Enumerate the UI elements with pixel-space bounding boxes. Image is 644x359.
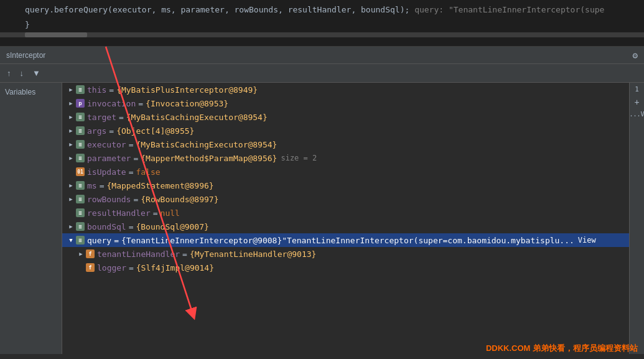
expand-arrow[interactable]: ▼ xyxy=(66,235,76,245)
var-name: query xyxy=(87,236,111,245)
code-line-2: } xyxy=(0,17,644,32)
view-link[interactable]: View xyxy=(578,236,596,245)
var-name: logger xyxy=(97,263,126,273)
add-watch-button[interactable]: + xyxy=(631,96,643,108)
var-equals: = xyxy=(129,263,134,273)
panel-header: sInterceptor ⚙ xyxy=(0,47,644,64)
table-row[interactable]: ▼ ≡ query = {TenantLineInnerInterceptor@… xyxy=(62,233,629,247)
var-name: executor xyxy=(87,140,126,149)
move-up-button[interactable]: ↑ xyxy=(4,67,14,80)
var-value: {MyBatisCachingExecutor@8954} xyxy=(126,113,268,122)
table-row[interactable]: ▶ p invocation = {Invocation@8953} xyxy=(62,96,629,110)
scrollbar-thumb[interactable] xyxy=(25,32,87,37)
var-equals: = xyxy=(129,222,134,231)
table-row[interactable]: ▶ ≡ ms = {MappedStatement@8996} xyxy=(62,179,629,192)
variables-label: Variables xyxy=(5,88,35,96)
var-name: resultHandler xyxy=(87,208,151,218)
code-comment-1: query: "TenantLineInnerInterceptor(supe xyxy=(414,5,604,14)
var-type-icon: f xyxy=(86,263,95,272)
var-equals: = xyxy=(133,195,138,204)
code-line-1: query.beforeQuery(executor, ms, paramete… xyxy=(0,2,644,17)
var-value: {RowBounds@8997} xyxy=(141,195,218,204)
var-value: null xyxy=(161,208,180,218)
table-row[interactable]: ▶ ≡ executor = {MyBatisCachingExecutor@8… xyxy=(62,138,629,151)
table-row[interactable]: ▶ f tenantLineHandler = {MyTenantLineHan… xyxy=(62,247,629,261)
var-equals: = xyxy=(129,167,134,177)
variables-panel: Variables ▶ ≡ this = {MyBatisPlusInterce… xyxy=(0,83,644,354)
code-text-1: query.beforeQuery(executor, ms, paramete… xyxy=(25,5,409,14)
var-type-icon: ≡ xyxy=(76,154,85,162)
var-equals: = xyxy=(182,249,187,259)
var-value: {MapperMethod$ParamMap@8956} xyxy=(141,154,277,163)
panel-title: sInterceptor xyxy=(6,51,45,60)
var-type-icon: ≡ xyxy=(76,208,85,217)
var-name: args xyxy=(87,126,106,136)
table-row[interactable]: ▶ ≡ args = {Object[4]@8955} xyxy=(62,124,629,138)
table-row[interactable]: ▶ ≡ target = {MyBatisCachingExecutor@895… xyxy=(62,110,629,124)
page-number: 1 xyxy=(635,85,639,93)
var-value: false xyxy=(136,167,160,177)
var-value: {MyTenantLineHandler@9013} xyxy=(190,249,317,259)
table-row[interactable]: ▶ ≡ this = {MyBatisPlusInterceptor@8949} xyxy=(62,83,629,96)
gear-button[interactable]: ⚙ xyxy=(633,50,638,60)
var-type-icon: ≡ xyxy=(76,236,85,245)
var-equals: = xyxy=(138,99,143,108)
code-text-2: } xyxy=(25,20,30,29)
var-extra: size = 2 xyxy=(281,154,317,162)
var-equals: = xyxy=(100,181,105,190)
var-name: ms xyxy=(87,181,97,190)
move-down-button[interactable]: ↓ xyxy=(17,67,27,80)
table-row[interactable]: ▶ ≡ parameter = {MapperMethod$ParamMap@8… xyxy=(62,151,629,165)
variables-label-col: Variables xyxy=(0,83,62,354)
expand-arrow[interactable]: ▶ xyxy=(66,180,76,190)
expand-arrow[interactable]: ▶ xyxy=(66,153,76,163)
table-row[interactable]: f logger = {Slf4jImpl@9014} xyxy=(62,261,629,274)
expand-arrow[interactable]: ▶ xyxy=(66,85,76,95)
var-type-icon: f xyxy=(86,249,95,258)
var-type-icon: ≡ xyxy=(76,140,85,149)
var-equals: = xyxy=(129,140,134,149)
var-type-icon: ≡ xyxy=(76,126,85,135)
table-row[interactable]: ▶ ≡ rowBounds = {RowBounds@8997} xyxy=(62,192,629,206)
table-row[interactable]: ▶ ≡ boundSql = {BoundSql@9007} xyxy=(62,220,629,233)
expand-arrow[interactable]: ▶ xyxy=(66,126,76,136)
var-equals: = xyxy=(109,126,114,136)
expand-arrow[interactable]: ▶ xyxy=(66,112,76,122)
var-value: {Invocation@8953} xyxy=(146,99,228,108)
var-name: target xyxy=(87,113,116,122)
var-value-string: "TenantLineInnerInterceptor(super=com.ba… xyxy=(282,236,574,245)
table-row[interactable]: 01 isUpdate = false xyxy=(62,165,629,179)
var-type-icon: 01 xyxy=(76,167,85,176)
var-value: {MappedStatement@8996} xyxy=(106,181,213,190)
var-value: {Object[4]@8955} xyxy=(116,126,194,136)
var-name: this xyxy=(87,85,106,95)
var-name: isUpdate xyxy=(87,167,126,177)
right-panel: 1 + ...V xyxy=(629,83,644,354)
var-type-icon: ≡ xyxy=(76,113,85,121)
view-label: ...V xyxy=(629,111,644,118)
var-type-icon: p xyxy=(76,99,85,108)
var-type-icon: ≡ xyxy=(76,195,85,203)
variable-list[interactable]: ▶ ≡ this = {MyBatisPlusInterceptor@8949}… xyxy=(62,83,629,354)
var-value: {Slf4jImpl@9014} xyxy=(136,263,214,273)
var-equals: = xyxy=(114,236,119,245)
expand-arrow[interactable]: ▶ xyxy=(66,139,76,149)
expand-arrow[interactable]: ▶ xyxy=(66,194,76,204)
var-equals: = xyxy=(119,113,124,122)
expand-arrow[interactable]: ▶ xyxy=(66,221,76,231)
expand-arrow[interactable]: ▶ xyxy=(66,98,76,108)
var-name: boundSql xyxy=(87,222,126,231)
expand-arrow[interactable]: ▶ xyxy=(76,249,86,259)
var-name: rowBounds xyxy=(87,195,131,204)
var-value: {TenantLineInnerInterceptor@9008} xyxy=(121,236,282,245)
var-type-icon: ≡ xyxy=(76,85,85,94)
var-value: {MyBatisCachingExecutor@8954} xyxy=(136,140,277,149)
var-name: invocation xyxy=(87,99,136,108)
horizontal-scrollbar[interactable] xyxy=(0,32,644,37)
var-name: parameter xyxy=(87,154,131,163)
table-row[interactable]: ≡ resultHandler = null xyxy=(62,206,629,220)
var-value: {MyBatisPlusInterceptor@8949} xyxy=(116,85,258,95)
var-equals: = xyxy=(109,85,114,95)
filter-button[interactable]: ▼ xyxy=(29,67,44,80)
code-editor-area: query.beforeQuery(executor, ms, paramete… xyxy=(0,0,644,47)
